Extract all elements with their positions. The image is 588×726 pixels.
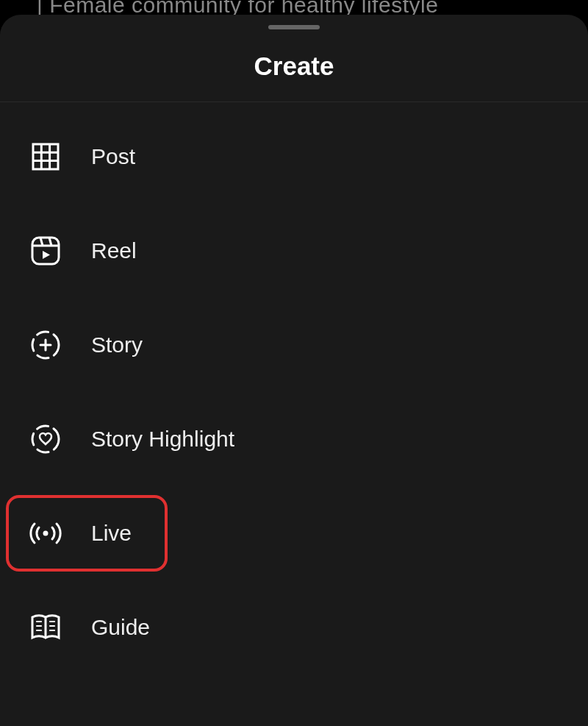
- sheet-title: Create: [0, 51, 588, 102]
- menu-item-guide[interactable]: Guide: [0, 580, 588, 675]
- menu-item-post[interactable]: Post: [0, 110, 588, 204]
- reel-icon: [29, 235, 62, 267]
- svg-line-8: [49, 238, 51, 246]
- story-plus-icon: [29, 329, 62, 361]
- menu-item-live[interactable]: Live: [0, 486, 588, 580]
- svg-rect-0: [33, 144, 58, 169]
- svg-point-13: [43, 531, 49, 536]
- menu-item-reel[interactable]: Reel: [0, 204, 588, 298]
- drag-handle[interactable]: [268, 25, 320, 29]
- create-menu: Post Reel Stor: [0, 102, 588, 675]
- svg-point-12: [32, 426, 59, 452]
- menu-item-story-highlight[interactable]: Story Highlight: [0, 392, 588, 486]
- svg-line-7: [40, 238, 43, 246]
- guide-icon: [29, 611, 62, 644]
- live-icon: [29, 517, 62, 549]
- menu-item-label: Story Highlight: [91, 427, 234, 452]
- grid-icon: [29, 140, 62, 173]
- menu-item-label: Guide: [91, 615, 150, 640]
- story-heart-icon: [29, 423, 62, 455]
- menu-item-label: Reel: [91, 238, 137, 263]
- menu-item-label: Post: [91, 144, 135, 169]
- menu-item-story[interactable]: Story: [0, 298, 588, 392]
- svg-rect-5: [32, 238, 59, 264]
- menu-item-label: Live: [91, 521, 132, 546]
- create-bottom-sheet: Create Post: [0, 15, 588, 726]
- menu-item-label: Story: [91, 332, 143, 357]
